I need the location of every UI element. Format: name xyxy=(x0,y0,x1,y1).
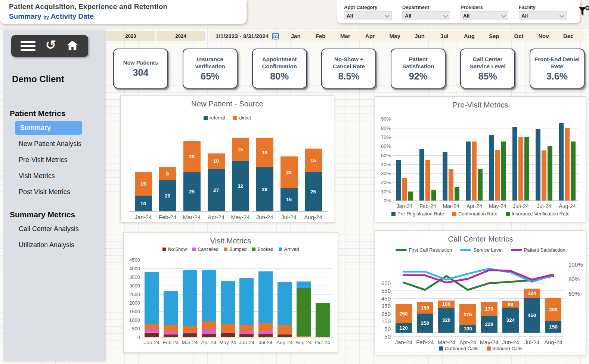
legend-item-booked[interactable]: Booked xyxy=(252,247,273,252)
clear-filters-button[interactable] xyxy=(577,5,589,20)
bar-segment-direct[interactable]: 15 xyxy=(232,138,249,161)
bar-segment-cancelled[interactable] xyxy=(202,329,216,334)
bar-confirmation-rate[interactable] xyxy=(542,150,546,200)
bar-segment-referral[interactable]: 27 xyxy=(208,169,225,211)
bar-segment-inbound-calls[interactable]: 89 xyxy=(502,301,519,308)
calendar-icon[interactable] xyxy=(272,32,279,40)
sidebar-item-visit-metrics[interactable]: Visit Metrics xyxy=(15,169,90,183)
bar-segment-arrived[interactable] xyxy=(221,281,235,324)
bar-segment-arrived[interactable] xyxy=(297,281,311,288)
filter-dropdown[interactable]: All xyxy=(519,11,567,20)
bar-segment-bumped[interactable] xyxy=(239,325,254,332)
bar-segment-booked[interactable] xyxy=(297,288,311,336)
legend-item-referral[interactable]: referral xyxy=(204,115,225,121)
bar-confirmation-rate[interactable] xyxy=(425,160,430,200)
bar-confirmation-rate[interactable] xyxy=(472,141,477,200)
bar-pre-registration-rate[interactable] xyxy=(396,160,401,200)
bar-segment-bumped[interactable] xyxy=(164,325,178,332)
bar-segment-arrived[interactable] xyxy=(239,278,254,325)
refresh-icon[interactable]: ↺ xyxy=(46,38,56,51)
bar-pre-registration-rate[interactable] xyxy=(489,135,494,200)
bar-segment-direct[interactable]: 8 xyxy=(159,167,176,180)
sidebar-item-post-visit-metrics[interactable]: Post Visit Metrics xyxy=(15,185,90,199)
month-button-jan[interactable]: Jan xyxy=(283,33,308,39)
year-button-2024[interactable]: 2024 xyxy=(156,31,205,41)
bar-segment-no-show[interactable] xyxy=(278,335,292,337)
bar-segment-arrived[interactable] xyxy=(183,270,197,326)
legend-item-outbound-calls[interactable]: Outbound Calls xyxy=(439,346,478,351)
month-button-dec[interactable]: Dec xyxy=(556,33,581,39)
month-button-may[interactable]: May xyxy=(382,33,407,39)
month-button-apr[interactable]: Apr xyxy=(358,33,382,39)
bar-segment-referral[interactable]: 32 xyxy=(232,161,249,211)
filter-dropdown[interactable]: All xyxy=(344,11,392,20)
bar-segment-direct[interactable]: 10 xyxy=(208,153,225,169)
legend-item-first-call-resolution[interactable]: First Call Resolution xyxy=(396,247,452,253)
bar-pre-registration-rate[interactable] xyxy=(512,127,517,200)
bar-segment-booked[interactable] xyxy=(316,303,330,337)
bar-segment-cancelled[interactable] xyxy=(278,334,292,335)
bar-pre-registration-rate[interactable] xyxy=(536,129,540,200)
bar-segment-bumped[interactable] xyxy=(202,321,216,329)
bar-segment-bumped[interactable] xyxy=(221,324,235,332)
bar-segment-arrived[interactable] xyxy=(145,272,159,324)
bar-pre-registration-rate[interactable] xyxy=(443,152,447,200)
bar-pre-registration-rate[interactable] xyxy=(466,141,471,200)
legend-item-service-level[interactable]: Service Level xyxy=(460,247,502,253)
legend-item-insurance-verification-rate[interactable]: Insurance Verification Rate xyxy=(506,211,570,217)
sidebar-item-summary[interactable]: Summary xyxy=(15,121,82,135)
bar-segment-inbound-calls[interactable]: 275 xyxy=(459,304,476,325)
bar-segment-outbound-calls[interactable]: 320 xyxy=(438,308,455,333)
month-button-sep[interactable]: Sep xyxy=(481,33,506,39)
bar-segment-referral[interactable]: 15 xyxy=(280,188,298,211)
bar-segment-bumped[interactable] xyxy=(145,324,159,329)
date-range-value[interactable]: 1/1/2023 - 8/31/2024 xyxy=(216,33,269,39)
bar-segment-bumped[interactable] xyxy=(258,323,273,331)
month-button-jul[interactable]: Jul xyxy=(432,33,457,39)
bar-segment-outbound-calls[interactable]: 120 xyxy=(396,323,412,333)
sidebar-item-pre-visit-metrics[interactable]: Pre-Visit Metrics xyxy=(15,153,90,167)
bar-insurance-verification-rate[interactable] xyxy=(455,187,459,201)
month-button-jun[interactable]: Jun xyxy=(407,33,432,39)
bar-segment-outbound-calls[interactable]: 100 xyxy=(459,325,476,333)
bar-insurance-verification-rate[interactable] xyxy=(501,141,506,200)
bar-segment-cancelled[interactable] xyxy=(145,329,159,333)
bar-segment-direct[interactable]: 20 xyxy=(280,156,298,188)
home-icon[interactable] xyxy=(66,40,79,52)
bar-segment-referral[interactable]: 25 xyxy=(183,172,201,211)
bar-segment-cancelled[interactable] xyxy=(258,331,273,334)
month-button-aug[interactable]: Aug xyxy=(457,33,481,39)
bar-segment-no-show[interactable] xyxy=(164,335,178,337)
sidebar-item-new-patient-analysis[interactable]: New Patient Analysis xyxy=(15,137,90,151)
year-button-2023[interactable]: 2023 xyxy=(106,31,155,41)
bar-segment-no-show[interactable] xyxy=(145,333,159,337)
bar-segment-direct[interactable]: 19 xyxy=(256,138,273,168)
sidebar-item-utilization-analysis[interactable]: Utilization Analysis xyxy=(15,238,90,252)
bar-segment-arrived[interactable] xyxy=(202,270,216,321)
legend-item-direct[interactable]: direct xyxy=(233,115,251,121)
bar-segment-arrived[interactable] xyxy=(164,291,178,325)
bar-confirmation-rate[interactable] xyxy=(565,128,570,200)
bar-segment-inbound-calls[interactable]: 179 xyxy=(481,302,497,316)
bar-segment-bumped[interactable] xyxy=(183,326,197,332)
bar-segment-outbound-calls[interactable]: 324 xyxy=(502,308,519,332)
month-button-mar[interactable]: Mar xyxy=(333,33,357,39)
bar-segment-bumped[interactable] xyxy=(297,336,311,337)
bar-insurance-verification-rate[interactable] xyxy=(408,192,413,200)
bar-confirmation-rate[interactable] xyxy=(449,169,453,200)
bar-segment-direct[interactable]: 15 xyxy=(305,149,322,172)
bar-segment-no-show[interactable] xyxy=(258,334,273,337)
bar-pre-registration-rate[interactable] xyxy=(419,149,424,201)
bar-segment-arrived[interactable] xyxy=(258,271,273,323)
bar-segment-inbound-calls[interactable]: 100 xyxy=(438,301,455,308)
legend-item-confirmation-rate[interactable]: Confirmation Rate xyxy=(452,211,497,217)
filter-dropdown[interactable]: All xyxy=(461,11,508,20)
bar-pre-registration-rate[interactable] xyxy=(559,123,564,200)
bar-segment-outbound-calls[interactable]: 150 xyxy=(545,321,561,333)
month-button-nov[interactable]: Nov xyxy=(531,33,556,39)
bar-segment-outbound-calls[interactable]: 450 xyxy=(524,298,540,333)
legend-item-inbound-calls[interactable]: Inbound Calls xyxy=(487,346,523,351)
bar-segment-inbound-calls[interactable]: 300 xyxy=(545,298,561,321)
bar-segment-referral[interactable]: 10 xyxy=(135,196,152,211)
bar-insurance-verification-rate[interactable] xyxy=(548,146,552,200)
